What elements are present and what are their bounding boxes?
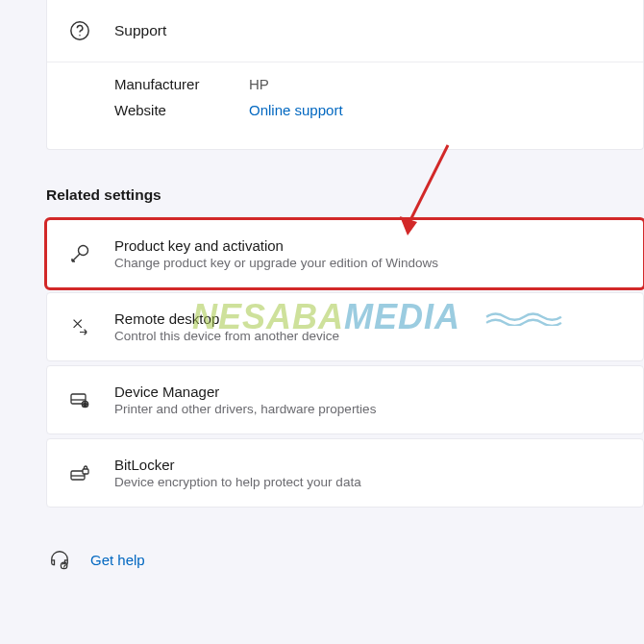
website-row: Website Online support [114,102,643,118]
setting-subtitle: Control this device from another device [114,329,624,343]
manufacturer-label: Manufacturer [114,76,249,92]
remote-icon [66,313,93,340]
setting-device-manager[interactable]: Device Manager Printer and other drivers… [46,365,644,434]
svg-line-10 [408,145,448,226]
svg-point-1 [79,35,80,36]
setting-remote-desktop[interactable]: Remote desktop Control this device from … [46,292,644,361]
online-support-link[interactable]: Online support [249,102,343,118]
key-icon [66,240,93,267]
device-manager-icon [66,386,93,413]
related-settings-heading: Related settings [46,186,644,204]
bitlocker-icon [66,459,93,486]
setting-subtitle: Change product key or upgrade your editi… [114,256,624,270]
setting-bitlocker[interactable]: BitLocker Device encryption to help prot… [46,438,644,508]
support-card: Support Manufacturer HP Website Online s… [46,0,644,150]
setting-subtitle: Printer and other drivers, hardware prop… [114,402,624,416]
support-body: Manufacturer HP Website Online support [47,62,643,149]
website-label: Website [114,102,249,118]
setting-title: BitLocker [114,457,624,473]
setting-product-key[interactable]: Product key and activation Change produc… [46,219,644,288]
setting-title: Device Manager [114,384,624,400]
svg-rect-7 [83,469,88,474]
get-help-icon [46,546,73,573]
get-help-link[interactable]: Get help [46,546,644,573]
manufacturer-value: HP [249,76,269,92]
setting-title: Remote desktop [114,310,624,327]
help-circle-icon [66,17,93,44]
support-title: Support [114,22,166,39]
svg-point-9 [63,567,64,568]
setting-title: Product key and activation [114,237,624,254]
setting-subtitle: Device encryption to help protect your d… [114,475,624,489]
manufacturer-row: Manufacturer HP [114,76,643,92]
support-header[interactable]: Support [47,0,643,62]
get-help-label: Get help [90,552,145,568]
